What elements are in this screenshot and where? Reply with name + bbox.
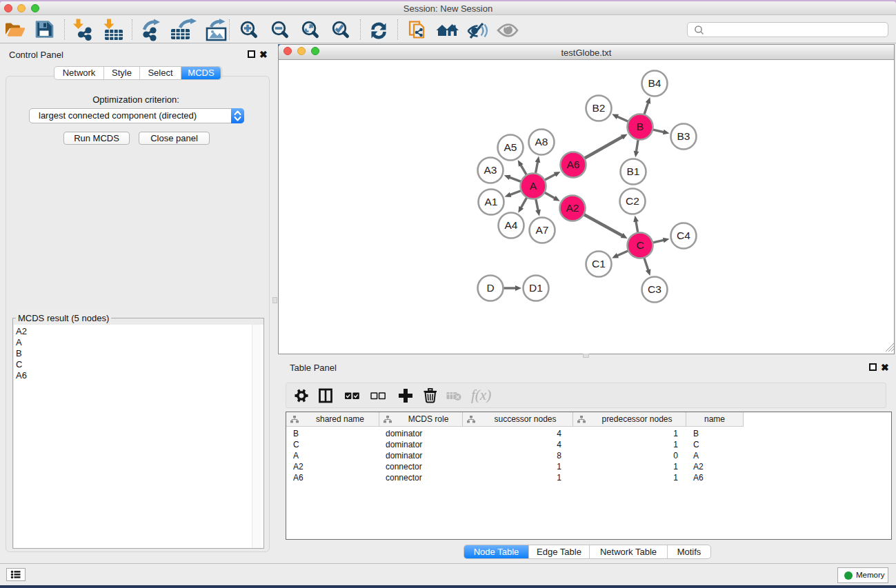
- svg-text:C: C: [636, 239, 644, 251]
- svg-text:A1: A1: [485, 196, 498, 207]
- svg-text:A6: A6: [567, 159, 580, 170]
- svg-text:f(x): f(x): [471, 387, 491, 403]
- svg-text:C1: C1: [592, 258, 606, 270]
- svg-text:A8: A8: [535, 136, 548, 148]
- svg-text:A: A: [530, 180, 537, 192]
- svg-text:A5: A5: [504, 141, 517, 153]
- svg-text:C2: C2: [626, 195, 639, 207]
- svg-text:A2: A2: [566, 202, 579, 214]
- svg-text:B1: B1: [627, 165, 640, 177]
- svg-text:C3: C3: [648, 283, 661, 295]
- svg-text:D1: D1: [529, 282, 543, 294]
- svg-text:D: D: [486, 282, 494, 294]
- svg-text:B: B: [637, 121, 644, 132]
- svg-text:B3: B3: [677, 130, 690, 142]
- svg-text:B4: B4: [648, 77, 661, 89]
- svg-text:A7: A7: [536, 224, 549, 236]
- svg-text:C4: C4: [677, 230, 690, 241]
- svg-text:B2: B2: [593, 102, 606, 114]
- svg-text:A4: A4: [505, 219, 518, 231]
- svg-text:A3: A3: [484, 164, 497, 176]
